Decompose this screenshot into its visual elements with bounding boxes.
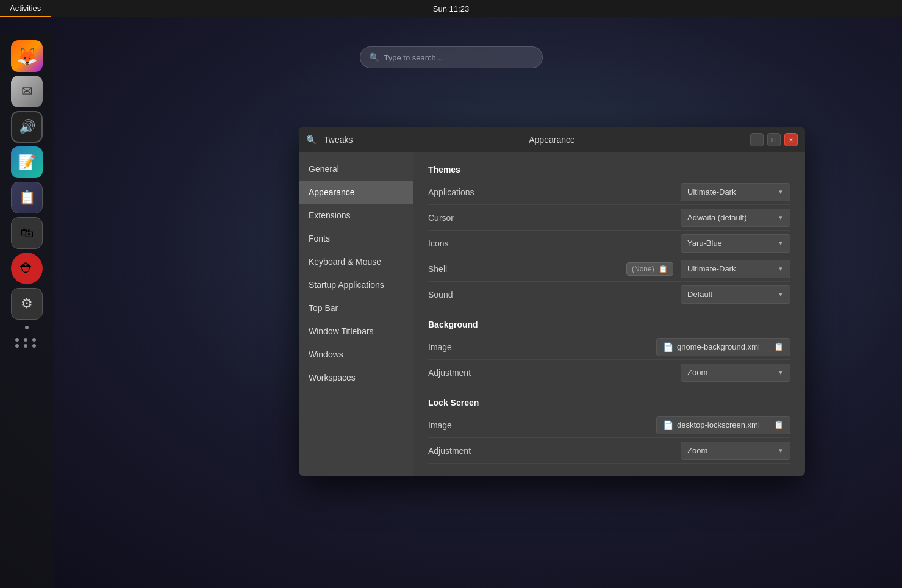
search-container: 🔍 (360, 46, 543, 68)
bg-image-row: Image 📄 gnome-background.xml 📋 (428, 334, 790, 360)
applications-control: Ultimate-Dark ▼ (681, 183, 790, 201)
ls-image-file-control[interactable]: 📄 desktop-lockscreen.xml 📋 (656, 416, 790, 434)
window-search-icon: 🔍 (306, 135, 317, 145)
shell-dropdown[interactable]: Ultimate-Dark ▼ (681, 260, 790, 278)
close-button[interactable]: × (784, 133, 798, 146)
applications-dropdown[interactable]: Ultimate-Dark ▼ (681, 183, 790, 201)
shell-label: Shell (428, 264, 626, 274)
window-app-name: Tweaks (324, 135, 353, 145)
cursor-row: Cursor Adwaita (default) ▼ (428, 205, 790, 231)
bg-adjustment-control: Zoom ▼ (681, 364, 790, 382)
bg-image-value: gnome-background.xml (677, 342, 760, 351)
ls-image-copy-icon[interactable]: 📋 (774, 420, 784, 429)
ls-adjustment-dropdown-arrow: ▼ (778, 447, 784, 454)
shell-control: (None) 📋 Ultimate-Dark ▼ (626, 260, 790, 278)
dock-sound[interactable]: 🔊 (11, 111, 43, 143)
ls-adjustment-label: Adjustment (428, 446, 681, 456)
applications-row: Applications Ultimate-Dark ▼ (428, 179, 790, 205)
window-page-title: Appearance (529, 135, 575, 145)
dock-notes[interactable]: 📋 (11, 182, 43, 213)
dock: 🦊 ✉ 🔊 📝 📋 🛍 ⛑ ⚙ (0, 34, 54, 588)
dock-firefox[interactable]: 🦊 (11, 40, 43, 72)
bg-image-copy-icon[interactable]: 📋 (774, 342, 784, 351)
ls-image-label: Image (428, 420, 656, 430)
dock-system[interactable]: ⚙ (11, 288, 43, 320)
shell-value: Ultimate-Dark (687, 264, 736, 273)
icons-row: Icons Yaru-Blue ▼ (428, 231, 790, 256)
ls-adjustment-control: Zoom ▼ (681, 442, 790, 460)
sound-dropdown[interactable]: Default ▼ (681, 285, 790, 304)
bg-image-file-icon: 📄 (663, 342, 673, 352)
sidebar-item-general[interactable]: General (299, 157, 413, 181)
sound-control: Default ▼ (681, 285, 790, 304)
icons-dropdown-arrow: ▼ (778, 240, 784, 246)
bg-adjustment-dropdown[interactable]: Zoom ▼ (681, 364, 790, 382)
cursor-value: Adwaita (default) (687, 213, 747, 222)
sidebar-item-workspaces[interactable]: Workspaces (299, 366, 413, 389)
applications-dropdown-arrow: ▼ (778, 188, 784, 195)
sound-label: Sound (428, 290, 681, 299)
bg-adjustment-value: Zoom (687, 368, 707, 377)
applications-label: Applications (428, 187, 681, 197)
ls-image-file-icon: 📄 (663, 420, 673, 430)
system-clock: Sun 11:23 (433, 4, 469, 13)
ls-image-row: Image 📄 desktop-lockscreen.xml 📋 (428, 412, 790, 438)
window-content: General Appearance Extensions Fonts Keyb… (299, 152, 805, 476)
sidebar-item-fonts[interactable]: Fonts (299, 227, 413, 250)
sound-value: Default (687, 290, 712, 299)
cursor-label: Cursor (428, 213, 681, 223)
background-section-title: Background (428, 320, 790, 329)
search-icon: 🔍 (369, 52, 379, 62)
cursor-control: Adwaita (default) ▼ (681, 209, 790, 227)
sidebar: General Appearance Extensions Fonts Keyb… (299, 152, 413, 476)
desktop: 🦊 ✉ 🔊 📝 📋 🛍 ⛑ ⚙ 🔍 🔍 Tweaks Appearance − … (0, 17, 902, 588)
ls-adjustment-row: Adjustment Zoom ▼ (428, 438, 790, 464)
sound-dropdown-arrow: ▼ (778, 291, 784, 298)
sidebar-item-window-titlebars[interactable]: Window Titlebars (299, 320, 413, 343)
bg-adjustment-dropdown-arrow: ▼ (778, 369, 784, 376)
dock-mail[interactable]: ✉ (11, 76, 43, 107)
icons-label: Icons (428, 238, 681, 248)
tweaks-window: 🔍 Tweaks Appearance − □ × General Appear… (299, 127, 805, 476)
main-content: Themes Applications Ultimate-Dark ▼ Curs… (413, 152, 805, 476)
sidebar-item-appearance[interactable]: Appearance (299, 181, 413, 204)
shell-none-badge: (None) 📋 (626, 262, 673, 276)
icons-control: Yaru-Blue ▼ (681, 234, 790, 253)
search-bar[interactable]: 🔍 (360, 46, 543, 68)
dock-indicator (25, 326, 29, 329)
shell-row: Shell (None) 📋 Ultimate-Dark ▼ (428, 256, 790, 282)
bg-image-file-control[interactable]: 📄 gnome-background.xml 📋 (656, 338, 790, 356)
dock-store[interactable]: 🛍 (11, 217, 43, 249)
ls-adjustment-dropdown[interactable]: Zoom ▼ (681, 442, 790, 460)
cursor-dropdown-arrow: ▼ (778, 214, 784, 221)
ls-image-control: 📄 desktop-lockscreen.xml 📋 (656, 416, 790, 434)
activities-button[interactable]: Activities (0, 0, 51, 17)
sound-row: Sound Default ▼ (428, 282, 790, 307)
icons-dropdown[interactable]: Yaru-Blue ▼ (681, 234, 790, 253)
sidebar-item-windows[interactable]: Windows (299, 343, 413, 366)
themes-section-title: Themes (428, 165, 790, 174)
sidebar-item-startup-applications[interactable]: Startup Applications (299, 273, 413, 296)
sidebar-item-keyboard-mouse[interactable]: Keyboard & Mouse (299, 250, 413, 273)
minimize-button[interactable]: − (750, 133, 764, 146)
sidebar-item-extensions[interactable]: Extensions (299, 204, 413, 227)
dock-writer[interactable]: 📝 (11, 146, 43, 178)
cursor-dropdown[interactable]: Adwaita (default) ▼ (681, 209, 790, 227)
window-titlebar: 🔍 Tweaks Appearance − □ × (299, 127, 805, 152)
sidebar-item-top-bar[interactable]: Top Bar (299, 296, 413, 320)
app-grid[interactable] (15, 338, 38, 348)
icons-value: Yaru-Blue (687, 238, 722, 248)
bg-image-label: Image (428, 342, 656, 352)
search-input[interactable] (384, 53, 534, 62)
shell-dropdown-arrow: ▼ (778, 265, 784, 272)
applications-value: Ultimate-Dark (687, 187, 736, 196)
bg-adjustment-row: Adjustment Zoom ▼ (428, 360, 790, 385)
ls-adjustment-value: Zoom (687, 446, 707, 455)
lock-screen-section-title: Lock Screen (428, 398, 790, 407)
ls-image-value: desktop-lockscreen.xml (677, 420, 760, 429)
top-bar: Activities Sun 11:23 (0, 0, 902, 17)
bg-adjustment-label: Adjustment (428, 368, 681, 378)
bg-image-control: 📄 gnome-background.xml 📋 (656, 338, 790, 356)
maximize-button[interactable]: □ (767, 133, 781, 146)
dock-help[interactable]: ⛑ (11, 253, 43, 284)
